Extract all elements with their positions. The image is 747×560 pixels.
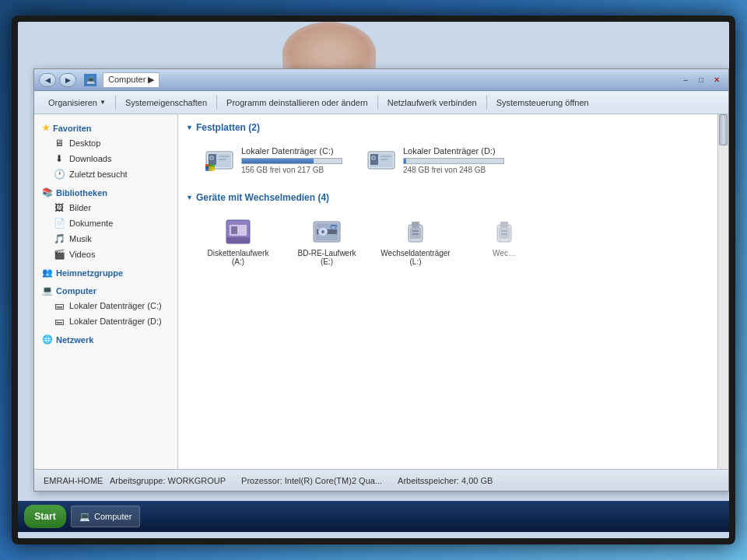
usb-l-item[interactable]: Wechseldatenträger (L:) [373,211,458,273]
scrollbar-thumb[interactable] [719,114,728,145]
organize-arrow: ▼ [100,99,106,106]
svg-rect-37 [501,230,507,232]
svg-text:BD: BD [331,226,337,230]
documents-icon: 📄 [53,218,65,229]
computer-name: EMRAH-HOME [44,476,103,485]
hard-drives-section-title[interactable]: Festplatten (2) [186,122,721,135]
organize-button[interactable]: Organisieren ▼ [40,91,114,114]
toolbar-sep-3 [377,96,378,110]
network-header[interactable]: 🌐 Netzwerk [34,332,177,347]
title-bar-left: ◀ ▶ 💻 Computer ▶ [39,72,163,88]
drive-c-bar [241,158,342,164]
processor-status: Prozessor: Intel(R) Core(TM)2 Qua... [241,476,382,485]
sidebar-item-pictures[interactable]: 🖼 Bilder [34,200,177,215]
recent-icon: 🕐 [53,169,65,180]
network-section: 🌐 Netzwerk [34,332,177,347]
toolbar-sep-4 [486,96,487,110]
downloads-label: Downloads [69,154,111,163]
open-control-button[interactable]: Systemsteuerung öffnen [489,91,597,114]
breadcrumb[interactable]: Computer ▶ [103,72,160,88]
workgroup: Arbeitsgruppe: WORKGROUP [110,476,226,485]
star-icon: ★ [42,123,50,133]
network-icon: 🌐 [42,334,53,345]
sidebar-item-d-drive[interactable]: 🖴 Lokaler Datenträger (D:) [34,313,177,329]
uninstall-label: Programm deinstallieren oder ändern [226,98,368,107]
system-properties-button[interactable]: Systemeigenschaften [117,91,215,114]
svg-rect-6 [219,159,226,160]
drive-d-name: Lokaler Datenträger (D:) [403,146,504,156]
title-bar: ◀ ▶ 💻 Computer ▶ – □ ✕ [34,69,728,91]
d-drive-icon: 🖴 [53,316,65,327]
sidebar-item-c-drive[interactable]: 🖴 Lokaler Datenträger (C:) [34,298,177,313]
recent-label: Zuletzt besucht [69,170,128,179]
sidebar-item-music[interactable]: 🎵 Musik [34,231,177,247]
drive-d-details: Lokaler Datenträger (D:) 248 GB frei von… [403,146,504,174]
svg-rect-30 [412,222,419,228]
status-bar: EMRAH-HOME Arbeitsgruppe: WORKGROUP Proz… [34,469,728,491]
map-network-button[interactable]: Netzlaufwerk verbinden [380,91,485,114]
drive-c-bar-fill [242,159,314,163]
floppy-a-item[interactable]: Diskettenlaufwerk (A:) [195,211,281,273]
homegroup-section: 👥 Heimnetzgruppe [34,265,177,280]
usb-2-name: Wec… [493,249,516,257]
taskbar: Start 💻 Computer [18,501,729,532]
c-drive-icon: 🖴 [53,300,65,311]
sidebar-item-desktop[interactable]: 🖥 Desktop [34,135,177,151]
floppy-icon [223,218,254,246]
sidebar-item-recent[interactable]: 🕐 Zuletzt besucht [34,166,177,182]
taskbar-pc-icon: 💻 [79,512,90,522]
svg-point-26 [321,230,324,233]
usb-l-name: Wechseldatenträger (L:) [381,249,450,266]
drive-c-item[interactable]: Lokaler Datenträger (C:) 156 GB frei von… [195,141,351,180]
pictures-icon: 🖼 [53,202,65,213]
removable-section-title[interactable]: Geräte mit Wechselmedien (4) [186,192,721,205]
svg-rect-10 [209,166,215,171]
drive-d-bar-fill [404,159,406,163]
removable-grid: Diskettenlaufwerk (A:) [186,211,721,273]
libraries-section: 📚 Bibliotheken 🖼 Bilder 📄 Dokumente [34,185,177,262]
drive-d-item[interactable]: Lokaler Datenträger (D:) 248 GB frei von… [357,141,513,180]
homegroup-label: Heimnetzgruppe [56,268,123,278]
homegroup-header[interactable]: 👥 Heimnetzgruppe [34,265,177,280]
drive-c-name: Lokaler Datenträger (C:) [241,146,342,156]
content-scrollbar[interactable] [717,114,728,469]
computer-sidebar-header[interactable]: 💻 Computer [34,283,177,298]
svg-rect-17 [381,159,388,160]
favorites-header[interactable]: ★ Favoriten [34,121,177,135]
drive-d-space: 248 GB frei von 248 GB [403,166,504,174]
library-icon: 📚 [42,187,53,198]
svg-rect-20 [231,226,237,234]
bd-e-item[interactable]: BD BD-RE-Laufwerk (E:) [284,211,370,273]
svg-rect-33 [412,233,419,235]
libraries-header[interactable]: 📚 Bibliotheken [34,185,177,200]
bd-e-name: BD-RE-Laufwerk (E:) [293,249,361,266]
close-button[interactable]: ✕ [710,74,724,86]
bd-icon: BD [311,218,342,246]
window-controls: – □ ✕ [679,74,724,86]
uninstall-button[interactable]: Programm deinstallieren oder ändern [219,91,376,114]
documents-label: Dokumente [69,219,113,228]
computer-icon: 💻 [84,74,96,86]
sidebar-item-documents[interactable]: 📄 Dokumente [34,215,177,231]
sidebar-item-videos[interactable]: 🎬 Videos [34,247,177,262]
drive-c-details: Lokaler Datenträger (C:) 156 GB frei von… [241,146,342,174]
forward-button[interactable]: ▶ [59,73,76,87]
downloads-icon: ⬇ [53,153,65,164]
toolbar: Organisieren ▼ Systemeigenschaften Progr… [34,91,728,114]
svg-rect-5 [219,156,230,157]
svg-rect-16 [381,156,391,157]
music-label: Musik [69,234,92,243]
map-network-label: Netzlaufwerk verbinden [388,98,477,107]
sidebar-item-downloads[interactable]: ⬇ Downloads [34,151,177,166]
hard-drives-label: Festplatten (2) [196,122,260,133]
usb-2-item[interactable]: Wec… [461,211,547,273]
back-button[interactable]: ◀ [39,73,56,87]
drives-grid: Lokaler Datenträger (C:) 156 GB frei von… [186,141,721,180]
sidebar: ★ Favoriten 🖥 Desktop ⬇ Downloads 🕐 [34,114,178,469]
explorer-window: ◀ ▶ 💻 Computer ▶ – □ ✕ Organisieren ▼ [33,68,729,492]
content-panel: Festplatten (2) [178,114,728,469]
start-button[interactable]: Start [24,505,66,528]
maximize-button[interactable]: □ [694,74,708,86]
minimize-button[interactable]: – [679,74,693,86]
taskbar-explorer-item[interactable]: 💻 Computer [71,506,140,527]
